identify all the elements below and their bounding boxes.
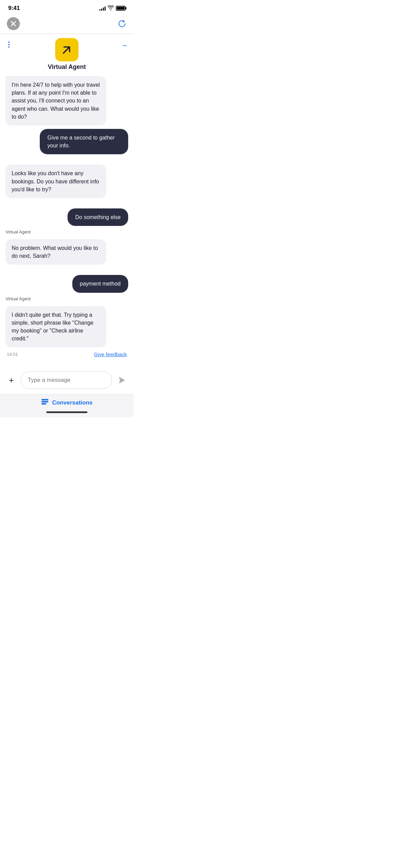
bottom-nav[interactable]: Conversations bbox=[0, 394, 134, 409]
status-time: 9:41 bbox=[8, 5, 20, 12]
home-indicator bbox=[0, 409, 134, 417]
minimize-button[interactable]: – bbox=[123, 41, 127, 49]
conversations-label: Conversations bbox=[52, 399, 93, 406]
bot-message-2: Looks like you don't have any bookings. … bbox=[5, 165, 106, 198]
close-button[interactable] bbox=[7, 17, 20, 30]
status-icons bbox=[99, 5, 125, 11]
sender-label-2: Virtual Agent bbox=[5, 296, 31, 301]
bot-message-4: I didn't quite get that. Try typing a si… bbox=[5, 306, 106, 348]
signal-icon bbox=[99, 6, 106, 11]
user-message-2: Do something else bbox=[68, 208, 128, 226]
refresh-button[interactable] bbox=[117, 19, 127, 28]
bot-message-3: No problem. What would you like to do ne… bbox=[5, 239, 106, 265]
agent-name: Virtual Agent bbox=[48, 63, 86, 71]
chat-header: Virtual Agent – bbox=[0, 34, 134, 73]
message-input[interactable] bbox=[21, 372, 112, 389]
status-bar: 9:41 bbox=[0, 0, 134, 14]
sender-label-1: Virtual Agent bbox=[5, 229, 31, 234]
svg-marker-2 bbox=[119, 377, 125, 384]
message-timestamp: 14:51 bbox=[7, 352, 18, 357]
bot-message-1: I'm here 24/7 to help with your travel p… bbox=[5, 76, 106, 125]
home-bar bbox=[46, 411, 87, 413]
svg-rect-3 bbox=[41, 399, 48, 400]
battery-icon bbox=[116, 6, 125, 11]
user-message-1: Give me a second to gather your info. bbox=[40, 129, 128, 154]
give-feedback-button[interactable]: Give feedback bbox=[94, 351, 127, 357]
conversations-icon bbox=[41, 399, 49, 407]
svg-rect-4 bbox=[41, 401, 48, 402]
user-message-3: payment method bbox=[72, 275, 128, 292]
agent-logo bbox=[55, 38, 78, 61]
svg-rect-5 bbox=[41, 403, 46, 405]
wifi-icon bbox=[108, 5, 114, 11]
messages-area: I'm here 24/7 to help with your travel p… bbox=[0, 73, 134, 367]
top-nav bbox=[0, 14, 134, 34]
add-button[interactable]: + bbox=[5, 376, 17, 385]
feedback-row: 14:51 Give feedback bbox=[5, 351, 128, 358]
more-options-button[interactable] bbox=[7, 40, 11, 49]
send-button[interactable] bbox=[115, 374, 128, 387]
input-area: + bbox=[0, 367, 134, 394]
